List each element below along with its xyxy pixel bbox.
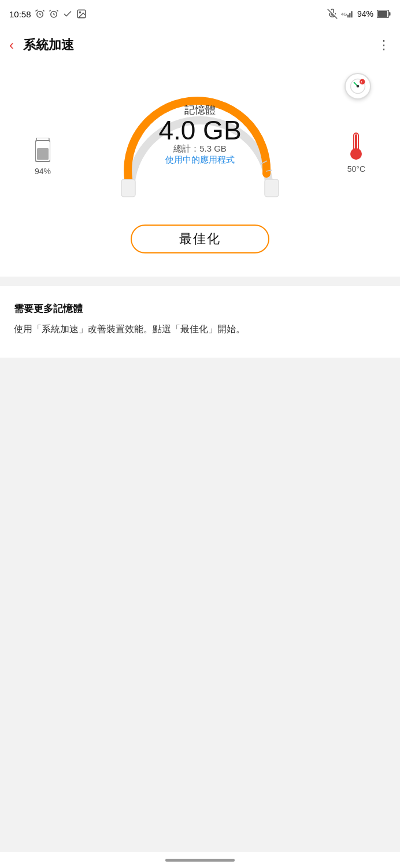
status-right: 4G 94%: [327, 9, 391, 19]
alarm-icon: [35, 9, 45, 19]
description-body: 使用「系統加速」改善裝置效能。點選「最佳化」開始。: [14, 321, 386, 337]
image-icon: [76, 9, 87, 19]
gauge-apps-link[interactable]: 使用中的應用程式: [165, 155, 235, 164]
battery-indicator: 94%: [35, 138, 51, 176]
mute-icon: [327, 9, 338, 19]
top-bar: ‹ 系統加速 ⋮: [0, 28, 400, 62]
bottom-pill: [165, 859, 235, 862]
gauge-container: 記憶體 4.0 GB 總計：5.3 GB 使用中的應用程式: [113, 80, 287, 213]
status-bar: 10:58 4G 94%: [0, 0, 400, 28]
status-time: 10:58: [9, 9, 87, 19]
battery-percent-status: 94%: [357, 9, 373, 19]
back-button[interactable]: ‹: [9, 37, 14, 53]
svg-rect-24: [37, 148, 49, 160]
svg-rect-21: [265, 179, 279, 197]
thermometer-icon: [347, 132, 365, 162]
optimize-btn-wrapper: 最佳化: [131, 225, 269, 253]
alarm2-icon: [49, 9, 59, 19]
svg-point-3: [79, 12, 80, 13]
top-bar-left: ‹ 系統加速: [9, 36, 74, 54]
speedometer-icon: !: [350, 78, 366, 94]
battery-side-percent: 94%: [35, 167, 51, 176]
svg-rect-7: [349, 13, 350, 17]
svg-rect-8: [351, 11, 352, 17]
svg-point-14: [360, 79, 365, 84]
signal-icon: 4G: [341, 9, 354, 19]
svg-text:!: !: [361, 80, 362, 84]
gauge-mini-icon[interactable]: !: [345, 73, 371, 100]
page-title: 系統加速: [23, 36, 74, 54]
gauge-value: 4.0 GB: [142, 117, 258, 144]
optimize-button[interactable]: 最佳化: [131, 225, 269, 253]
svg-rect-6: [347, 15, 349, 18]
bottom-nav: [0, 852, 400, 868]
bottom-fill: [0, 358, 400, 705]
svg-rect-10: [378, 11, 387, 17]
svg-rect-20: [121, 179, 135, 197]
description-title: 需要更多記憶體: [14, 302, 386, 315]
battery-side-icon: [35, 138, 50, 163]
svg-point-27: [350, 148, 362, 160]
time-display: 10:58: [9, 9, 31, 19]
more-button[interactable]: ⋮: [377, 38, 391, 53]
temperature-value: 50°C: [347, 164, 365, 174]
temperature-indicator: 50°C: [347, 132, 365, 174]
check-icon: [62, 9, 73, 19]
description-section: 需要更多記憶體 使用「系統加速」改善裝置效能。點選「最佳化」開始。: [0, 286, 400, 358]
svg-point-13: [357, 85, 360, 88]
svg-rect-11: [389, 12, 391, 16]
battery-status-icon: [377, 10, 391, 18]
svg-rect-26: [355, 134, 357, 150]
gauge-inner: 記憶體 4.0 GB 總計：5.3 GB 使用中的應用程式: [142, 103, 258, 165]
gauge-section: ! 記憶體 4.0 GB: [0, 62, 400, 277]
svg-text:4G: 4G: [341, 12, 347, 17]
